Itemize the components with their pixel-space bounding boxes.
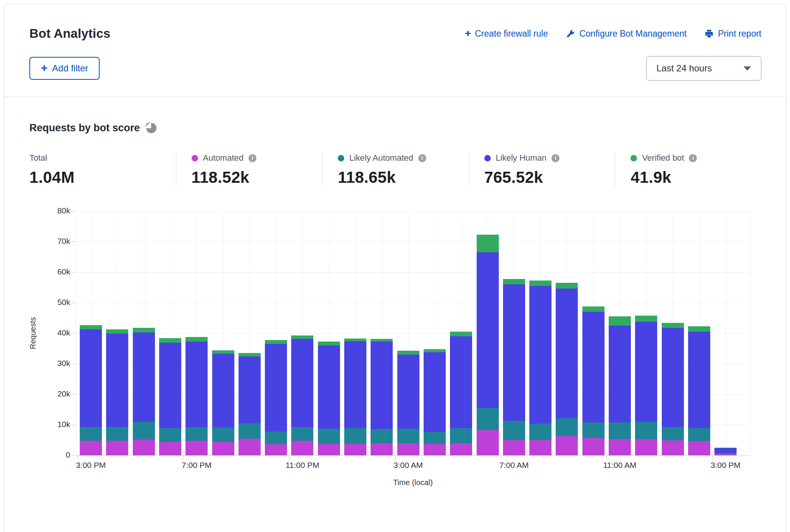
- bar-segment-automated: [318, 444, 340, 455]
- add-filter-label: Add filter: [52, 63, 89, 74]
- bar-segment-likely-automated: [291, 427, 313, 441]
- x-tick-label: 7:00 AM: [482, 461, 547, 470]
- add-filter-button[interactable]: + Add filter: [29, 57, 100, 80]
- bar-segment-automated: [397, 443, 419, 455]
- bar-segment-automated: [424, 444, 446, 455]
- bar-10-00-pm[interactable]: [265, 211, 287, 455]
- bar-11-00-pm[interactable]: [291, 211, 313, 455]
- action-label: Configure Bot Management: [579, 29, 687, 39]
- bar-10-00-am[interactable]: [582, 211, 605, 455]
- bar-segment-likely-automated: [609, 422, 631, 439]
- configure-bot-management-link[interactable]: Configure Bot Management: [566, 29, 687, 39]
- x-tick-label: 7:00 PM: [164, 461, 229, 470]
- bot-analytics-card: Bot Analytics +Create firewall ruleConfi…: [4, 4, 786, 532]
- bar-segment-likely-automated: [503, 421, 525, 440]
- x-tick-label: 11:00 PM: [270, 461, 335, 470]
- bar-segment-likely-human: [133, 332, 155, 422]
- bar-segment-likely-automated: [159, 428, 181, 442]
- info-icon[interactable]: i: [248, 154, 256, 162]
- bar-segment-likely-automated: [582, 422, 605, 438]
- bar-8-00-pm[interactable]: [212, 211, 234, 455]
- bar-segment-automated: [291, 441, 313, 455]
- bar-segment-likely-automated: [344, 428, 366, 444]
- bar-segment-verified-bot: [159, 338, 181, 343]
- bar-7-00-pm[interactable]: [185, 211, 208, 455]
- y-tick-label: 70k: [36, 237, 70, 246]
- bar-9-00-pm[interactable]: [239, 211, 261, 455]
- bar-3-00-pm[interactable]: [714, 211, 737, 455]
- bar-7-00-am[interactable]: [503, 211, 525, 455]
- bar-9-00-am[interactable]: [556, 211, 578, 455]
- bar-segment-likely-human: [106, 334, 128, 427]
- bar-12-00-pm[interactable]: [635, 211, 657, 455]
- info-icon[interactable]: i: [551, 154, 559, 162]
- y-tick: [70, 303, 75, 303]
- bar-segment-automated: [212, 442, 234, 455]
- bar-3-00-pm[interactable]: [80, 211, 102, 455]
- bar-1-00-am[interactable]: [344, 211, 366, 455]
- bar-segment-likely-automated: [371, 429, 393, 443]
- bar-segment-automated: [503, 440, 525, 455]
- bar-segment-likely-human: [477, 252, 499, 408]
- stat-likely-automated: Likely Automatedi118.65k: [322, 152, 469, 187]
- bar-segment-automated: [529, 440, 551, 455]
- bar-segment-likely-automated: [239, 423, 261, 439]
- bar-4-00-pm[interactable]: [106, 211, 128, 455]
- stat-value: 765.52k: [484, 168, 615, 187]
- x-tick-label: 3:00 PM: [693, 461, 758, 470]
- legend-dot: [630, 155, 637, 161]
- bar-segment-verified-bot: [80, 325, 102, 329]
- bar-segment-likely-human: [344, 341, 366, 428]
- bar-segment-likely-human: [662, 328, 684, 427]
- x-axis-title: Time (local): [76, 478, 750, 487]
- section-title: Requests by bot score: [29, 122, 140, 134]
- bar-segment-likely-human: [556, 289, 578, 418]
- bar-2-00-pm[interactable]: [688, 211, 710, 455]
- bar-segment-likely-human: [371, 342, 393, 429]
- bar-5-00-am[interactable]: [450, 211, 472, 455]
- stat-automated: Automatedi118.52k: [176, 152, 322, 187]
- action-label: Create firewall rule: [475, 29, 548, 39]
- bar-segment-likely-automated: [265, 432, 287, 445]
- bar-2-00-am[interactable]: [371, 211, 393, 455]
- y-tick: [70, 333, 75, 334]
- bar-5-00-pm[interactable]: [133, 211, 155, 455]
- create-firewall-rule-link[interactable]: +Create firewall rule: [465, 28, 548, 39]
- bar-11-00-am[interactable]: [609, 211, 631, 455]
- y-tick-label: 20k: [36, 389, 70, 398]
- bar-segment-verified-bot: [424, 349, 446, 352]
- wrench-icon: [566, 29, 576, 39]
- x-tick: [77, 456, 78, 459]
- info-icon[interactable]: i: [418, 154, 426, 162]
- y-tick: [70, 425, 75, 425]
- print-report-link[interactable]: Print report: [704, 29, 761, 39]
- bar-12-00-am[interactable]: [318, 211, 340, 455]
- info-icon[interactable]: i: [689, 154, 697, 162]
- bar-4-00-am[interactable]: [424, 211, 446, 455]
- bar-chart: Requests 010k20k30k40k50k60k70k80k3:00 P…: [76, 211, 750, 490]
- bar-segment-verified-bot: [291, 335, 313, 339]
- bar-segment-likely-human: [80, 329, 102, 427]
- bar-3-00-am[interactable]: [397, 211, 419, 455]
- bar-segment-likely-automated: [424, 432, 446, 444]
- y-tick-label: 0: [36, 450, 70, 459]
- bar-8-00-am[interactable]: [529, 211, 551, 455]
- bar-segment-automated: [662, 440, 684, 455]
- bar-6-00-pm[interactable]: [159, 211, 181, 455]
- bar-segment-automated: [159, 442, 181, 455]
- requests-by-bot-score-section: Requests by bot score Total1.04MAutomate…: [4, 122, 786, 490]
- x-tick: [713, 456, 713, 459]
- bar-segment-verified-bot: [529, 281, 551, 286]
- bar-segment-likely-human: [318, 345, 340, 429]
- bar-6-00-am[interactable]: [477, 211, 499, 455]
- time-range-select[interactable]: Last 24 hours: [646, 56, 761, 81]
- bar-segment-verified-bot: [239, 353, 261, 356]
- x-tick-label: 3:00 AM: [376, 461, 441, 470]
- bar-1-00-pm[interactable]: [662, 211, 684, 455]
- bar-segment-likely-automated: [212, 427, 234, 442]
- bar-segment-verified-bot: [133, 328, 155, 333]
- bar-segment-automated: [450, 443, 472, 455]
- bar-segment-likely-automated: [133, 422, 155, 440]
- x-tick-label: 3:00 PM: [58, 461, 123, 470]
- bar-segment-verified-bot: [503, 279, 525, 284]
